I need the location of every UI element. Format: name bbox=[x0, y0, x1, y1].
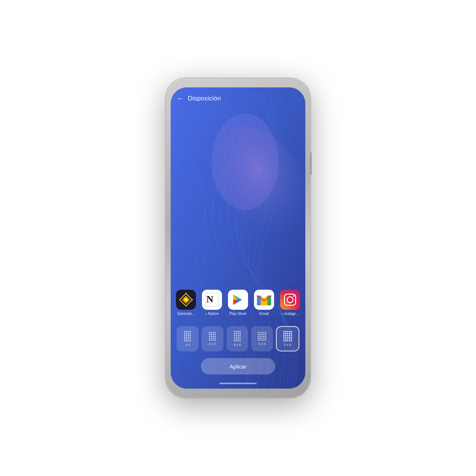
grid-option-4x6[interactable]: 4 x 6 bbox=[226, 326, 248, 351]
svg-text:N: N bbox=[206, 294, 213, 305]
app-item-playstore[interactable]: Play Store bbox=[226, 290, 250, 316]
instagram-icon bbox=[280, 290, 300, 310]
grid-option-4x5[interactable]: 4 x 5 bbox=[202, 326, 223, 351]
gmail-label: Gmail bbox=[259, 312, 269, 316]
notion-dot bbox=[205, 313, 207, 315]
instagram-dot bbox=[282, 313, 283, 315]
notion-label: Notion bbox=[205, 312, 219, 316]
page-title: Disposición bbox=[188, 95, 221, 102]
svg-point-21 bbox=[293, 295, 295, 297]
svg-point-7 bbox=[184, 298, 188, 302]
geometr-icon bbox=[176, 290, 196, 310]
svg-rect-18 bbox=[280, 290, 300, 310]
phone-screen: ← Disposición bbox=[171, 87, 305, 389]
apply-button-label: Aplicar bbox=[229, 363, 247, 370]
instagram-label: Instagr... bbox=[282, 312, 299, 316]
home-indicator bbox=[219, 383, 257, 384]
grid-dots-4x6 bbox=[234, 331, 241, 341]
back-button[interactable]: ← bbox=[177, 94, 184, 103]
app-item-gmail[interactable]: Gmail bbox=[253, 290, 276, 316]
grid-option-5x6[interactable]: 5 x 6 bbox=[276, 326, 299, 351]
apps-row: Geometr... N Notion bbox=[171, 290, 305, 316]
grid-label-4x5: 4 x 5 bbox=[209, 342, 216, 346]
phone-frame: ← Disposición bbox=[165, 78, 311, 398]
playstore-label: Play Store bbox=[229, 312, 247, 316]
grid-dots-4x5 bbox=[209, 332, 216, 341]
apply-button[interactable]: Aplicar bbox=[201, 358, 275, 374]
playstore-icon bbox=[228, 290, 248, 310]
notion-icon: N bbox=[202, 290, 222, 310]
grid-option-5x5[interactable]: 5 x 5 bbox=[251, 326, 273, 351]
grid-dots-5x5 bbox=[258, 332, 266, 341]
grid-dots-5x6 bbox=[283, 331, 292, 341]
grid-label-5x6: 5 x 6 bbox=[284, 343, 292, 347]
grid-option-partial[interactable]: x 6 bbox=[177, 326, 199, 351]
power-button bbox=[310, 152, 312, 175]
app-item-geometr[interactable]: Geometr... bbox=[174, 290, 197, 316]
app-item-notion[interactable]: N Notion bbox=[200, 290, 223, 316]
gmail-icon bbox=[254, 290, 274, 310]
grid-label-4x6: 4 x 6 bbox=[234, 343, 241, 347]
geometr-label: Geometr... bbox=[177, 312, 195, 316]
grid-label-5x5: 5 x 5 bbox=[258, 342, 266, 346]
grid-options-bar: x 6 4 x 5 bbox=[171, 326, 305, 351]
grid-label-partial: x 6 bbox=[185, 343, 190, 347]
top-bar: ← Disposición bbox=[171, 87, 305, 106]
grid-dots-partial bbox=[184, 331, 191, 341]
app-item-instagram[interactable]: Instagr... bbox=[279, 290, 302, 316]
svg-point-2 bbox=[212, 113, 279, 210]
